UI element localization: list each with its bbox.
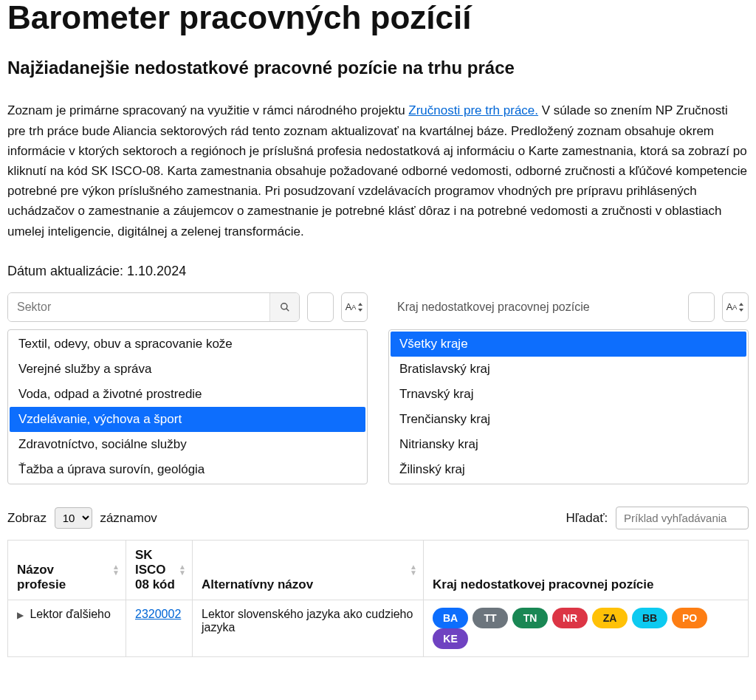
region-listbox[interactable]: Všetky krajeBratislavský krajTrnavský kr… [388, 329, 749, 484]
sector-search-group [7, 292, 300, 322]
sort-icon: ▲▼ [112, 564, 120, 576]
page-title: Barometer pracovných pozícií [7, 0, 749, 35]
sort-icon: ▲▼ [410, 564, 417, 576]
page-subtitle: Najžiadanejšie nedostatkové pracovné poz… [7, 58, 749, 78]
th-alt[interactable]: Alternatívny názov ▲▼ [193, 540, 424, 600]
region-filter-label: Kraj nedostatkovej pracovnej pozície [388, 292, 681, 322]
listbox-item[interactable]: Nitriansky kraj [391, 432, 746, 457]
svg-point-0 [281, 303, 286, 309]
table-row: ▶ Lektor ďalšieho2320002Lektor slovenské… [8, 600, 749, 656]
listbox-item[interactable]: Verejné služby a správa [10, 357, 365, 382]
search-icon[interactable] [269, 293, 299, 321]
cell-name[interactable]: ▶ Lektor ďalšieho [8, 600, 126, 656]
listbox-item[interactable]: Žilinský kraj [391, 457, 746, 482]
font-size-icon[interactable]: AA [341, 292, 368, 322]
region-extra-button[interactable] [688, 292, 715, 322]
intro-paragraph: Zoznam je primárne spracovaný na využiti… [7, 100, 749, 241]
font-size-icon[interactable]: AA [722, 292, 749, 322]
update-date: Dátum aktualizácie: 1.10.2024 [7, 264, 749, 279]
cell-region: BATTTNNRZABBPOKE [424, 600, 749, 656]
sector-filter: AA Textil, odevy, obuv a spracovanie kož… [7, 292, 368, 484]
th-region: Kraj nedostatkovej pracovnej pozície [424, 540, 749, 600]
th-code[interactable]: SK ISCO 08 kód ▲▼ [126, 540, 193, 600]
sector-listbox[interactable]: Textil, odevy, obuv a spracovanie kožeVe… [7, 329, 368, 484]
region-badge-bb: BB [632, 608, 667, 628]
region-filter: Kraj nedostatkovej pracovnej pozície AA … [388, 292, 749, 484]
sector-search-input[interactable] [8, 293, 269, 321]
listbox-item[interactable]: Vzdelávanie, výchova a šport [10, 407, 365, 432]
sector-extra-button[interactable] [307, 292, 334, 322]
page-length-control: Zobraz 10 záznamov [7, 507, 157, 529]
listbox-item[interactable]: Všetky kraje [391, 332, 746, 357]
listbox-item[interactable]: Bratislavský kraj [391, 357, 746, 382]
region-badge-ke: KE [433, 628, 468, 649]
region-badge-za: ZA [592, 608, 628, 628]
listbox-item[interactable]: Trenčiansky kraj [391, 407, 746, 432]
table-search-control: Hľadať: [566, 507, 749, 529]
listbox-item[interactable]: Voda, odpad a životné prostredie [10, 382, 365, 407]
svg-line-1 [286, 308, 289, 311]
cell-code: 2320002 [126, 600, 193, 656]
region-badge-ba: BA [433, 608, 468, 628]
region-badge-tt: TT [472, 608, 508, 628]
results-table: Názov profesie ▲▼ SK ISCO 08 kód ▲▼ Alte… [7, 540, 749, 657]
sk-isco-link[interactable]: 2320002 [135, 608, 181, 620]
region-badge-nr: NR [552, 608, 588, 628]
sort-icon: ▲▼ [179, 564, 186, 576]
region-badge-po: PO [672, 608, 707, 628]
intro-link[interactable]: Zručnosti pre trh práce. [408, 103, 538, 117]
listbox-item[interactable]: Zdravotníctvo, sociálne služby [10, 432, 365, 457]
page-length-select[interactable]: 10 [55, 507, 92, 529]
th-name[interactable]: Názov profesie ▲▼ [8, 540, 126, 600]
region-badge-tn: TN [512, 608, 548, 628]
intro-text-post: V súlade so znením NP Zručnosti pre trh … [7, 103, 747, 238]
listbox-item[interactable]: Trnavský kraj [391, 382, 746, 407]
table-search-input[interactable] [616, 507, 749, 529]
cell-alt: Lektor slovenského jazyka ako cudzieho j… [193, 600, 424, 656]
chevron-right-icon[interactable]: ▶ [17, 610, 24, 620]
intro-text-pre: Zoznam je primárne spracovaný na využiti… [7, 103, 408, 117]
listbox-item[interactable]: Textil, odevy, obuv a spracovanie kože [10, 332, 365, 357]
listbox-item[interactable]: Ťažba a úprava surovín, geológia [10, 457, 365, 482]
